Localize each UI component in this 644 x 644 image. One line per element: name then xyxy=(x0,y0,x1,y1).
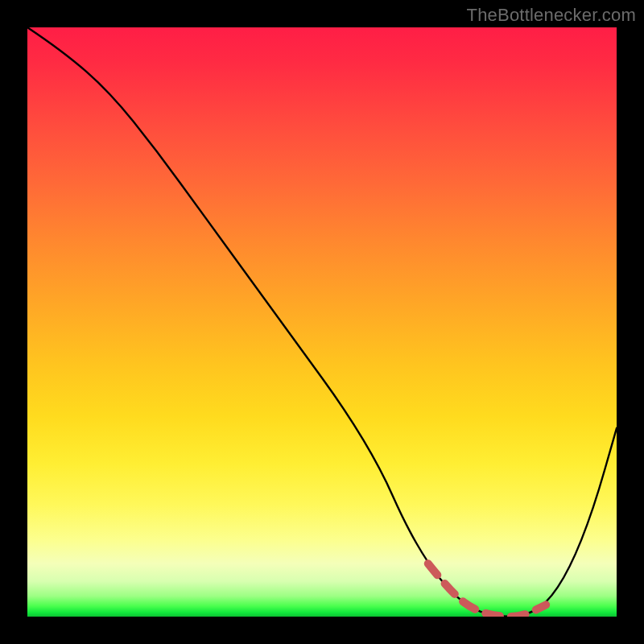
chart-root: TheBottlenecker.com xyxy=(0,0,644,644)
curve-layer xyxy=(27,27,617,617)
watermark-text: TheBottlenecker.com xyxy=(467,5,636,26)
plot-area xyxy=(27,27,617,617)
bottleneck-curve-path xyxy=(27,27,617,617)
bottom-highlight-path xyxy=(428,564,546,617)
